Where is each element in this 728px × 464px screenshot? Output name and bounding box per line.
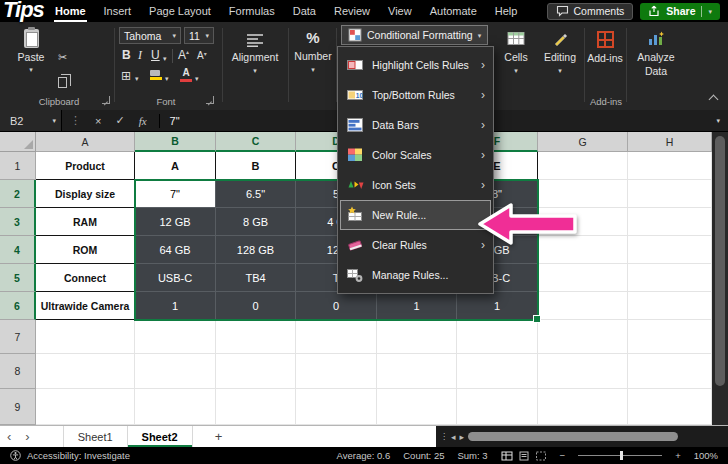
accessibility-status[interactable]: Accessibility: Investigate [27, 450, 130, 461]
cell-A3[interactable]: RAM [36, 208, 135, 236]
column-header-C[interactable]: C [216, 132, 296, 152]
formula-bar-drag-handle[interactable]: ⋮ [70, 114, 81, 127]
cell-A2[interactable]: Display size [36, 180, 135, 208]
paste-button[interactable]: Paste ▾ [10, 27, 52, 73]
menu-tab-formulas[interactable]: Formulas [220, 0, 284, 22]
select-all-corner[interactable] [0, 132, 36, 152]
scrollbar-splitter-icon[interactable]: ⋮ [440, 432, 447, 441]
cell-H6[interactable] [628, 292, 712, 320]
borders-button[interactable]: ⊞ [121, 69, 131, 83]
cell-F9[interactable] [457, 389, 538, 425]
cell-E6[interactable]: 1 [377, 292, 457, 320]
cell-D7[interactable] [296, 320, 377, 354]
sheet-tab-sheet2[interactable]: Sheet2 [128, 426, 193, 447]
cell-C8[interactable] [216, 354, 296, 389]
cell-A8[interactable] [36, 354, 135, 389]
sheet-nav-left-icon[interactable]: ‹ [0, 429, 18, 444]
row-header-6[interactable]: 6 [0, 292, 36, 320]
cell-H4[interactable] [628, 236, 712, 264]
vertical-scrollbar[interactable] [712, 132, 728, 425]
row-header-2[interactable]: 2 [0, 180, 36, 208]
menu-tab-data[interactable]: Data [284, 0, 325, 22]
analyze-data-button[interactable]: Analyze Data [630, 31, 682, 77]
underline-button[interactable]: U [151, 48, 160, 62]
cell-C6[interactable]: 0 [216, 292, 296, 320]
collapse-ribbon-icon[interactable] [709, 95, 719, 105]
addins-button[interactable]: Add-ins [586, 31, 624, 64]
cell-D8[interactable] [296, 354, 377, 389]
cell-C7[interactable] [216, 320, 296, 354]
cell-E9[interactable] [377, 389, 457, 425]
cell-A7[interactable] [36, 320, 135, 354]
cell-C5[interactable]: TB4 [216, 264, 296, 292]
menu-item-manage-rules[interactable]: Manage Rules... [340, 260, 491, 290]
font-size-combo[interactable]: 11▾ [184, 27, 214, 44]
scroll-right-icon[interactable]: ▸ [460, 432, 465, 442]
cancel-icon[interactable]: × [95, 115, 101, 127]
shrink-font-button[interactable]: A▾ [197, 50, 207, 61]
cell-C4[interactable]: 128 GB [216, 236, 296, 264]
grow-font-button[interactable]: A▴ [178, 48, 189, 62]
menu-item-highlight-cells-rules[interactable]: Highlight Cells Rules › [340, 50, 491, 80]
fill-color-button[interactable] [150, 70, 162, 80]
horizontal-scrollbar-thumb[interactable] [468, 432, 678, 441]
sheet-tab-sheet1[interactable]: Sheet1 [63, 426, 128, 447]
scroll-left-icon[interactable]: ◂ [451, 432, 456, 442]
new-sheet-button[interactable]: + [215, 429, 223, 444]
cell-C1[interactable]: B [216, 152, 296, 180]
insert-function-icon[interactable]: fx [139, 115, 147, 127]
cell-H1[interactable] [628, 152, 712, 180]
cell-G1[interactable] [538, 152, 628, 180]
normal-view-icon[interactable] [501, 451, 513, 461]
menu-tab-home[interactable]: Home [46, 0, 95, 22]
menu-tab-view[interactable]: View [379, 0, 421, 22]
formula-bar-expand-icon[interactable]: ▾ [716, 117, 720, 124]
cell-B5[interactable]: USB-C [135, 264, 216, 292]
zoom-out-button[interactable]: − [560, 450, 566, 461]
cell-A5[interactable]: Connect [36, 264, 135, 292]
cell-H3[interactable] [628, 208, 712, 236]
font-name-combo[interactable]: Tahoma▾ [119, 27, 181, 44]
row-header-4[interactable]: 4 [0, 236, 36, 264]
menu-item-new-rule[interactable]: New Rule... [340, 200, 491, 230]
cell-B8[interactable] [135, 354, 216, 389]
italic-button[interactable]: I [138, 48, 142, 63]
share-dropdown-icon[interactable]: ▾ [708, 8, 712, 15]
menu-item-icon-sets[interactable]: Icon Sets › [340, 170, 491, 200]
cell-C9[interactable] [216, 389, 296, 425]
menu-tab-insert[interactable]: Insert [95, 0, 141, 22]
conditional-formatting-button[interactable]: Conditional Formatting ▾ [341, 25, 488, 45]
cell-H9[interactable] [628, 389, 712, 425]
row-header-3[interactable]: 3 [0, 208, 36, 236]
cell-H8[interactable] [628, 354, 712, 389]
formula-input[interactable]: 7" [170, 115, 180, 127]
cell-H2[interactable] [628, 180, 712, 208]
cell-B7[interactable] [135, 320, 216, 354]
cell-B6[interactable]: 1 [135, 292, 216, 320]
underline-dropdown-icon[interactable]: ▾ [163, 55, 167, 62]
menu-tab-automate[interactable]: Automate [421, 0, 486, 22]
cell-B1[interactable]: A [135, 152, 216, 180]
cell-B3[interactable]: 12 GB [135, 208, 216, 236]
comments-button[interactable]: Comments [547, 3, 634, 20]
column-header-A[interactable]: A [36, 132, 135, 152]
menu-tab-review[interactable]: Review [325, 0, 379, 22]
cell-H7[interactable] [628, 320, 712, 354]
cell-H5[interactable] [628, 264, 712, 292]
alignment-group-button[interactable]: Alignment ▾ [226, 33, 284, 74]
clipboard-dialog-launcher-icon[interactable] [102, 96, 110, 104]
column-header-H[interactable]: H [628, 132, 712, 152]
row-header-9[interactable]: 9 [0, 389, 36, 425]
zoom-in-button[interactable]: + [675, 450, 681, 461]
fill-color-dropdown-icon[interactable]: ▾ [165, 75, 169, 82]
share-button[interactable]: Share ▾ [640, 3, 720, 20]
sheet-nav-right-icon[interactable]: › [18, 429, 36, 444]
paste-dropdown-icon[interactable]: ▾ [29, 66, 33, 73]
row-header-1[interactable]: 1 [0, 152, 36, 180]
row-header-8[interactable]: 8 [0, 354, 36, 389]
cell-C2[interactable]: 6.5" [216, 180, 296, 208]
cell-F7[interactable] [457, 320, 538, 354]
font-dialog-launcher-icon[interactable] [206, 96, 214, 104]
font-color-dropdown-icon[interactable]: ▾ [195, 75, 199, 82]
cell-G5[interactable] [538, 264, 628, 292]
